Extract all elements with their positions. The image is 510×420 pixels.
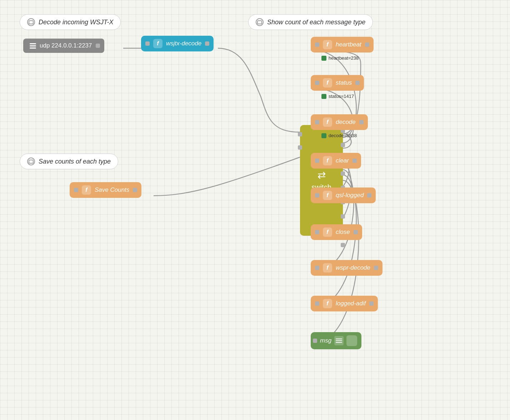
- status-label: status: [336, 79, 352, 86]
- save-counts-func-icon: f: [82, 185, 91, 195]
- heartbeat-input-port[interactable]: [315, 42, 319, 47]
- save-counts-output-port[interactable]: [133, 188, 137, 192]
- clear-node[interactable]: f clear: [311, 153, 361, 169]
- logged-adif-output-port[interactable]: [369, 301, 374, 306]
- wsjtx-output-port[interactable]: [205, 41, 209, 46]
- heartbeat-label: heartbeat: [336, 41, 361, 48]
- msg-label: msg: [320, 337, 331, 344]
- comment-icon-decode: [27, 18, 35, 26]
- close-output-port[interactable]: [354, 230, 358, 234]
- wsjtx-input-port[interactable]: [145, 41, 150, 46]
- close-node[interactable]: f close: [311, 224, 362, 240]
- wspr-func-icon: f: [323, 263, 332, 272]
- switch-node[interactable]: ⇄ switch: [300, 125, 343, 236]
- wsjtx-func-icon: f: [153, 39, 162, 48]
- switch-output-port-2[interactable]: [341, 143, 345, 147]
- qsl-label: qsl-logged: [336, 192, 364, 199]
- wspr-decode-node[interactable]: f wspr-decode: [311, 260, 382, 276]
- save-counts-node[interactable]: f Save Counts: [70, 182, 141, 198]
- heartbeat-badge-dot: [321, 56, 326, 61]
- comment-save-node: Save counts of each type: [20, 154, 118, 169]
- msg-square-icon: [346, 335, 357, 346]
- comment-decode-text: Decode incoming WSJT-X: [39, 19, 113, 26]
- udp-node[interactable]: udp 224.0.0.1:2237: [23, 39, 104, 53]
- comment-icon-show: [256, 18, 264, 26]
- wsjtx-decode-node[interactable]: f wsjtx-decode: [141, 36, 214, 51]
- status-badge-text: status=1417: [329, 94, 354, 99]
- decode-func-icon: f: [323, 118, 332, 127]
- heartbeat-node[interactable]: f heartbeat: [311, 37, 374, 52]
- udp-icon: [30, 43, 36, 49]
- decode-badge: decode=5838: [321, 133, 357, 138]
- decode-input-port[interactable]: [315, 120, 319, 124]
- save-counts-label: Save Counts: [95, 186, 129, 194]
- status-badge: status=1417: [321, 94, 354, 99]
- clear-label: clear: [336, 157, 349, 164]
- save-counts-input-port[interactable]: [74, 188, 78, 192]
- decode-badge-dot: [321, 133, 326, 138]
- comment-save-text: Save counts of each type: [39, 158, 111, 165]
- logged-adif-node[interactable]: f logged-adif: [311, 296, 378, 311]
- decode-output-port[interactable]: [359, 120, 364, 124]
- switch-output-port-9[interactable]: [341, 243, 345, 247]
- heartbeat-badge-text: heartbeat=238: [329, 55, 359, 61]
- logged-adif-func-icon: f: [323, 299, 332, 308]
- udp-output-port[interactable]: [96, 44, 100, 48]
- comment-show-node: Show count of each message type: [248, 14, 373, 30]
- msg-node[interactable]: msg: [311, 332, 361, 349]
- switch-output-port-4[interactable]: [341, 171, 345, 176]
- logged-adif-label: logged-adif: [336, 300, 366, 307]
- heartbeat-badge: heartbeat=238: [321, 55, 359, 61]
- status-badge-dot: [321, 94, 326, 99]
- status-output-port[interactable]: [355, 81, 360, 85]
- udp-label: udp 224.0.0.1:2237: [40, 42, 92, 49]
- status-input-port[interactable]: [315, 81, 319, 85]
- decode-node[interactable]: f decode: [311, 114, 368, 130]
- clear-func-icon: f: [323, 156, 332, 165]
- heartbeat-output-port[interactable]: [365, 42, 369, 47]
- wspr-output-port[interactable]: [374, 266, 378, 270]
- wspr-input-port[interactable]: [315, 266, 319, 270]
- clear-input-port[interactable]: [315, 159, 319, 163]
- switch-input-port-2[interactable]: [298, 145, 302, 150]
- heartbeat-func-icon: f: [323, 40, 332, 49]
- decode-badge-text: decode=5838: [329, 133, 357, 138]
- logged-adif-input-port[interactable]: [315, 301, 319, 306]
- close-func-icon: f: [323, 228, 332, 237]
- wire-canvas: [0, 0, 510, 420]
- wspr-label: wspr-decode: [336, 264, 370, 271]
- switch-output-port-7[interactable]: [341, 214, 345, 219]
- clear-output-port[interactable]: [352, 159, 357, 163]
- status-func-icon: f: [323, 78, 332, 88]
- decode-label: decode: [336, 119, 356, 126]
- qsl-input-port[interactable]: [315, 193, 319, 198]
- msg-input-port[interactable]: [313, 339, 317, 343]
- msg-list-icon: [334, 336, 344, 345]
- status-node[interactable]: f status: [311, 75, 364, 91]
- switch-input-port-1[interactable]: [298, 132, 302, 136]
- qsl-func-icon: f: [323, 191, 332, 200]
- switch-icon: ⇄: [318, 169, 326, 181]
- close-input-port[interactable]: [315, 230, 319, 234]
- qsl-logged-node[interactable]: f qsl-logged: [311, 188, 376, 203]
- comment-decode-node: Decode incoming WSJT-X: [20, 14, 121, 30]
- close-label: close: [336, 229, 350, 236]
- qsl-output-port[interactable]: [367, 193, 371, 198]
- wsjtx-label: wsjtx-decode: [166, 40, 201, 47]
- comment-icon-save: [27, 158, 35, 165]
- comment-show-text: Show count of each message type: [267, 19, 365, 26]
